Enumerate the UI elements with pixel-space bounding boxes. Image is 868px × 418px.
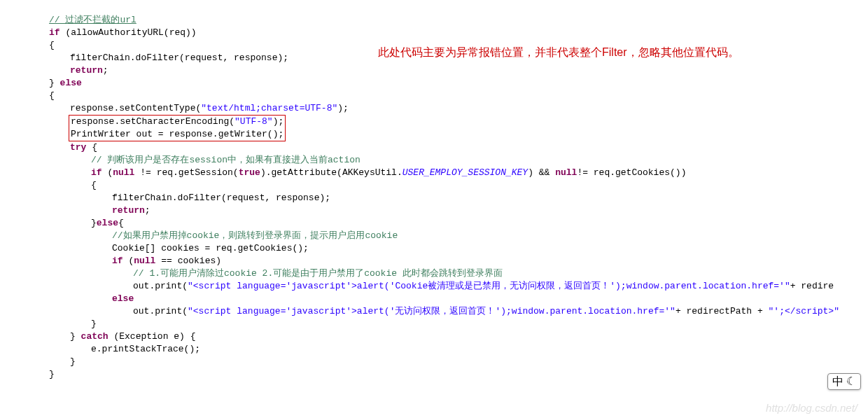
string: "text/html;charset=UTF-8" <box>201 103 337 113</box>
code-text: (Exception e) { <box>108 331 196 342</box>
code-block: 此处代码主要为异常报错位置，并非代表整个Filter，忽略其他位置代码。 // … <box>28 14 840 381</box>
code-text: ) && <box>528 167 555 178</box>
kw-true: true <box>239 167 260 178</box>
brace: { <box>118 218 124 228</box>
ime-indicator[interactable]: 中 ☾ <box>827 373 861 390</box>
code-text: ; <box>103 65 108 76</box>
code-text: ); <box>273 116 284 127</box>
code-text: out.print( <box>133 281 188 291</box>
code-text: out.print( <box>133 306 188 316</box>
code-text: + redirectPath + <box>676 306 769 316</box>
code-text: PrintWriter out = response.getWriter(); <box>71 129 284 139</box>
code-text: + redire <box>790 281 834 291</box>
code-text: ( <box>102 167 113 178</box>
kw-if: if <box>112 256 123 266</box>
kw-return: return <box>70 65 103 76</box>
kw-null: null <box>113 167 134 178</box>
code-text: != req.getCookies()) <box>577 167 686 178</box>
brace: } <box>91 218 97 228</box>
comment: // 判断该用户是否存在session中，如果有直接进入当前action <box>91 155 360 165</box>
kw-else: else <box>60 78 82 88</box>
kw-null: null <box>555 167 577 178</box>
brace: } <box>28 356 840 368</box>
brace: { <box>28 90 840 102</box>
kw-null: null <box>134 256 155 266</box>
code-text: ( <box>123 256 134 266</box>
kw-try: try <box>70 142 86 153</box>
code-text: ); <box>337 103 349 113</box>
code-text: == cookies) <box>155 256 221 266</box>
code-text: response.setCharacterEncoding( <box>71 116 234 127</box>
string: "UTF-8" <box>234 116 273 127</box>
highlight-box: response.setCharacterEncoding("UTF-8");P… <box>69 115 286 141</box>
brace: { <box>28 179 840 192</box>
code-text: Cookie[] cookies = req.getCookies(); <box>28 242 840 255</box>
code-text: filterChain.doFilter(request, response); <box>28 192 840 204</box>
code-text: (allowAuthorityURL(req)) <box>60 27 197 38</box>
string: "<script language='javascript'>alert('Co… <box>188 281 790 291</box>
kw-catch: catch <box>81 331 108 342</box>
code-text: response.setContentType( <box>70 103 201 113</box>
comment: // 1.可能用户清除过cookie 2.可能是由于用户禁用了cookie 此时… <box>133 268 503 279</box>
comment: //如果用户禁用掉cookie，则跳转到登录界面，提示用户启用cookie <box>112 230 398 241</box>
string: pt>" <box>818 306 839 316</box>
code-text: e.printStackTrace(); <box>28 343 840 356</box>
kw-if: if <box>91 167 102 178</box>
code-text: ).getAttribute(AKKeysUtil. <box>260 167 402 178</box>
brace: } <box>49 78 60 88</box>
brace: } <box>28 368 840 381</box>
string: "<script language='javascript'>alert('无访… <box>188 306 676 316</box>
constant: USER_EMPLOY_SESSION_KEY <box>402 167 528 178</box>
code-text: { <box>86 142 97 153</box>
kw-else: else <box>112 293 134 304</box>
brace: } <box>28 318 840 330</box>
string: "';</scri <box>769 306 818 316</box>
code-text: ; <box>145 205 150 216</box>
kw-else: else <box>97 218 118 228</box>
kw-if: if <box>49 27 60 38</box>
brace: } <box>70 331 81 342</box>
annotation-text: 此处代码主要为异常报错位置，并非代表整个Filter，忽略其他位置代码。 <box>378 46 739 59</box>
comment: // 过滤不拦截的url <box>49 15 136 25</box>
kw-return: return <box>112 205 145 216</box>
code-text: != req.getSession( <box>134 167 238 178</box>
